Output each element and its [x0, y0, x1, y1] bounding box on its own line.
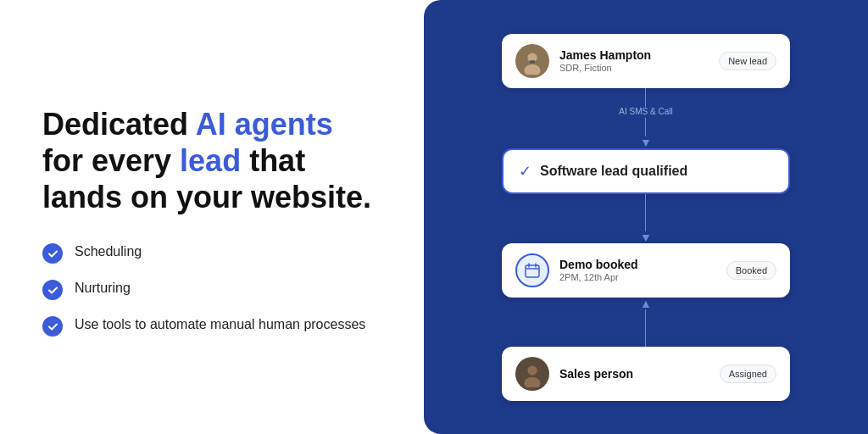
james-subtitle: SDR, Fiction [559, 63, 719, 73]
feature-scheduling-text: Scheduling [75, 242, 142, 261]
connector-label-1: AI SMS & Call [619, 107, 672, 116]
headline-ai-highlight: AI agents [196, 107, 333, 142]
arrow-down-2: ▼ [640, 231, 652, 243]
sales-avatar [515, 357, 549, 391]
arrow-down-1: ▼ [640, 136, 652, 148]
feature-nurturing: Nurturing [42, 279, 381, 300]
feature-scheduling: Scheduling [42, 242, 381, 264]
james-avatar [515, 44, 549, 78]
svg-rect-3 [530, 60, 535, 63]
check-icon-tools [42, 316, 63, 337]
connector-1: AI SMS & Call ▼ [619, 88, 672, 148]
new-lead-badge: New lead [719, 52, 776, 70]
feature-nurturing-text: Nurturing [75, 279, 131, 298]
demo-icon [515, 253, 549, 287]
booked-badge: Booked [726, 261, 776, 280]
connector-line-3 [645, 309, 646, 328]
svg-rect-4 [526, 265, 539, 277]
assigned-badge: Assigned [720, 364, 776, 383]
arrow-up-1: ▲ [640, 298, 652, 309]
headline-part4: lands on your website. [42, 180, 371, 214]
sales-info: Sales person [559, 367, 720, 381]
connector-line-2b [645, 213, 646, 231]
feature-tools: Use tools to automate manual human proce… [42, 315, 381, 337]
connector-line-2 [645, 194, 646, 213]
headline: Dedicated AI agents for every lead that … [42, 106, 381, 216]
right-panel: James Hampton SDR, Fiction New lead AI S… [424, 0, 868, 434]
demo-info: Demo booked 2PM, 12th Apr [559, 258, 726, 282]
qualified-card: ✓ Software lead qualified [502, 148, 790, 194]
svg-point-9 [527, 365, 537, 375]
connector-line-1b [645, 118, 646, 136]
check-icon-scheduling [42, 243, 63, 264]
left-panel: Dedicated AI agents for every lead that … [0, 0, 424, 434]
demo-booked-card: Demo booked 2PM, 12th Apr Booked [502, 243, 790, 298]
sales-person-card: Sales person Assigned [502, 347, 790, 401]
demo-name: Demo booked [559, 258, 726, 271]
check-circle-icon: ✓ [519, 162, 531, 181]
sales-name: Sales person [559, 367, 720, 381]
james-hampton-card: James Hampton SDR, Fiction New lead [502, 34, 790, 88]
features-list: Scheduling Nurturing Use tools to automa… [42, 242, 381, 337]
connector-2: ▼ [640, 194, 652, 243]
james-info: James Hampton SDR, Fiction [559, 48, 719, 73]
headline-part3: that [241, 143, 305, 178]
check-icon-nurturing [42, 280, 63, 300]
demo-subtitle: 2PM, 12th Apr [559, 272, 726, 282]
headline-part1: Dedicated [42, 107, 196, 142]
qualified-text: Software lead qualified [540, 164, 687, 179]
james-name: James Hampton [559, 48, 719, 62]
connector-line-3b [645, 328, 646, 347]
headline-lead-highlight: lead [180, 143, 241, 178]
feature-tools-text: Use tools to automate manual human proce… [75, 315, 365, 334]
connector-3: ▲ [640, 298, 652, 347]
headline-part2: for every [42, 143, 180, 178]
connector-line-1 [645, 88, 646, 107]
flow-container: James Hampton SDR, Fiction New lead AI S… [502, 34, 790, 401]
